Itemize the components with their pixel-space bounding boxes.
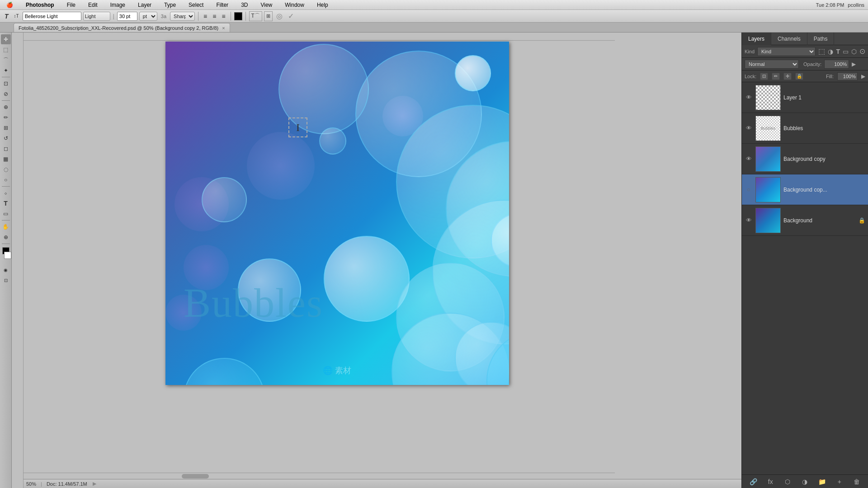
doc-info-arrow[interactable]: ▶ [93,481,96,487]
menu-file[interactable]: File [64,1,78,9]
character-panel-button[interactable]: ⊞ [264,11,273,21]
layer-link-button[interactable]: 🔗 [748,477,758,487]
dodge-tool[interactable]: ○ [1,175,11,185]
eyedropper-tool[interactable]: ⊘ [1,89,11,99]
opacity-arrow[interactable]: ▶ [852,61,856,67]
layer-item-bg-copy2[interactable]: ○ Background cop... [742,174,868,205]
type-tool-button[interactable]: T [3,11,10,21]
lock-all-button[interactable]: 🔒 [795,73,803,80]
lock-image-button[interactable]: ✏ [772,73,780,80]
menu-view[interactable]: View [258,1,275,9]
font-style-select[interactable] [83,12,110,21]
quick-mask-button[interactable]: ◉ [1,265,11,275]
blur-tool[interactable]: ◌ [1,164,11,174]
layers-bottom-toolbar: 🔗 fx ⬡ ◑ 📁 + 🗑 [742,474,868,488]
menu-filter[interactable]: Filter [213,1,231,9]
type-tool[interactable]: T [1,198,11,208]
document-tab[interactable]: Fotolia_48526200_Subscription_XXL-Recove… [14,23,230,32]
layer-fx-button[interactable]: fx [765,477,775,487]
menu-select[interactable]: Select [186,1,206,9]
menu-3d[interactable]: 3D [238,1,250,9]
fill-input[interactable] [837,72,858,80]
lasso-tool[interactable]: ⌒ [1,55,11,65]
menu-window[interactable]: Window [282,1,307,9]
screen-mode-button[interactable]: ⊡ [1,275,11,285]
lock-transparent-button[interactable]: ⊡ [760,73,768,80]
marquee-tool[interactable]: ⬚ [1,45,11,55]
filter-smart-icon[interactable]: ⬡ [851,48,857,55]
healing-tool[interactable]: ⊕ [1,102,11,112]
filter-pixel-icon[interactable]: ⬚ [818,47,825,56]
background-color[interactable] [4,252,11,259]
history-tool[interactable]: ↺ [1,133,11,143]
cancel-current-button[interactable]: ◎ [274,11,284,21]
layer-item-bubbles[interactable]: 👁 Bubbles Bubbles [742,113,868,144]
apple-menu[interactable]: 🍎 [4,1,16,9]
align-left-button[interactable]: ≡ [202,11,209,21]
layer-group-button[interactable]: 📁 [817,477,827,487]
filter-shape-icon[interactable]: ▭ [843,48,849,55]
scrollbar-thumb-horizontal[interactable] [182,474,209,479]
menu-help[interactable]: Help [314,1,331,9]
tab-layers[interactable]: Layers [742,33,771,45]
brush-tool[interactable]: ✏ [1,113,11,122]
canvas-text-layer[interactable]: Bubbles [184,280,323,326]
commit-current-button[interactable]: ✓ [286,11,296,21]
lock-position-button[interactable]: ✛ [783,73,792,80]
text-orientation-button[interactable]: ↕T [12,11,21,21]
font-size-unit-select[interactable]: pt [139,12,157,21]
layer-thumb-bg-copy-image [756,147,780,171]
close-tab-button[interactable]: × [222,25,225,31]
fill-arrow[interactable]: ▶ [861,73,865,80]
layer-item-background[interactable]: 👁 Background 🔒 [742,205,868,236]
layer-visibility-layer1[interactable]: 👁 [745,94,753,102]
clone-tool[interactable]: ⊞ [1,123,11,133]
layer-visibility-bg-copy2[interactable]: ○ [745,186,753,194]
layer-item-bg-copy[interactable]: 👁 Background copy [742,144,868,174]
layer-visibility-background[interactable]: 👁 [745,216,753,225]
layer-mask-button[interactable]: ⬡ [783,477,793,487]
antialiasing-select[interactable]: Sharp [170,12,195,21]
menu-type[interactable]: Type [161,1,179,9]
tab-paths[interactable]: Paths [807,33,835,45]
menu-edit[interactable]: Edit [85,1,100,9]
eraser-tool[interactable]: ◻ [1,144,11,154]
layer-kind-select[interactable]: Kind [757,47,816,56]
layer-visibility-bubbles[interactable]: 👁 [745,124,753,132]
layer-name-bg-copy2: Background cop... [783,187,865,193]
layer-item-layer1[interactable]: 👁 Layer 1 [742,82,868,113]
watermark: 🌐 素材 [323,365,351,376]
tab-channels[interactable]: Channels [771,33,807,45]
font-name-input[interactable] [23,12,81,21]
zoom-level: 50% [26,481,36,487]
warp-text-button[interactable]: T⌒ [249,11,262,21]
layer-delete-button[interactable]: 🗑 [852,477,862,487]
filter-toggle[interactable]: ⊙ [859,47,865,56]
shape-tool[interactable]: ▭ [1,209,11,219]
opacity-input[interactable] [824,60,849,69]
align-center-button[interactable]: ≡ [211,11,218,21]
pen-tool[interactable]: ⬦ [1,188,11,198]
text-color-swatch[interactable] [234,12,242,20]
zoom-tool[interactable]: ⊕ [1,232,11,242]
blend-mode-select[interactable]: Normal Multiply Screen Overlay [745,60,799,69]
align-right-button[interactable]: ≡ [220,11,227,21]
canvas-document[interactable]: I Bubbles 🌐 素材 [165,42,509,385]
crop-tool[interactable]: ⊡ [1,79,11,89]
menu-layer[interactable]: Layer [135,1,154,9]
layer-adjustment-button[interactable]: ◑ [800,477,810,487]
filter-type-icon[interactable]: T [836,48,840,55]
layer-new-button[interactable]: + [835,477,844,487]
hand-tool[interactable]: ✋ [1,222,11,232]
layer-visibility-bg-copy[interactable]: 👁 [745,155,753,163]
layer-name-bubbles: Bubbles [783,125,865,131]
status-divider-1: | [41,481,42,487]
filter-adjust-icon[interactable]: ◑ [828,48,833,55]
horizontal-scrollbar[interactable] [24,473,615,479]
menu-image[interactable]: Image [108,1,128,9]
app-menu[interactable]: Photoshop [23,1,57,9]
move-tool[interactable]: ✛ [1,34,11,44]
wand-tool[interactable]: ✦ [1,66,11,75]
gradient-tool[interactable]: ▦ [1,154,11,164]
font-size-input[interactable] [117,12,137,21]
